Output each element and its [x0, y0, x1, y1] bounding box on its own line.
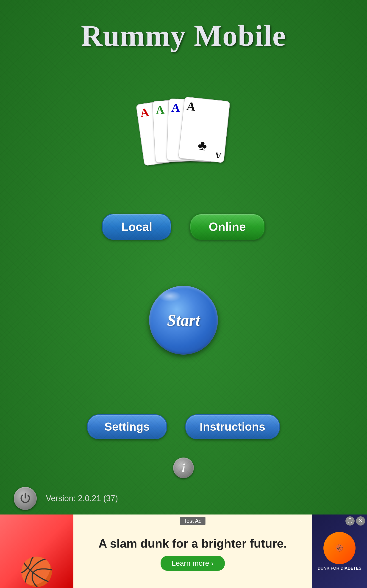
card-4: A ♣ A — [178, 96, 230, 163]
settings-button[interactable]: Settings — [87, 414, 167, 439]
info-icon-container: i — [0, 458, 367, 478]
version-text: Version: 2.0.21 (37) — [46, 493, 118, 503]
ad-banner: 🏀 Test Ad A slam dunk for a brighter fut… — [0, 515, 367, 588]
instructions-button[interactable]: Instructions — [185, 414, 280, 439]
ad-main-text: A slam dunk for a brighter future. — [98, 536, 287, 550]
ad-corner-buttons: ⓘ ✕ — [345, 516, 365, 526]
bottom-section: Version: 2.0.21 (37) — [14, 487, 118, 510]
ad-logo: 🏀 — [323, 532, 356, 564]
card-4-suit: ♣ — [197, 137, 208, 154]
ad-logo-text: DUNK FOR DIABETES — [317, 566, 361, 571]
ad-figure-icon: 🏀 — [19, 556, 54, 588]
app-title: Rummy Mobile — [0, 0, 367, 53]
info-icon[interactable]: i — [173, 458, 194, 478]
ad-logo-icon: 🏀 — [336, 544, 344, 552]
local-button[interactable]: Local — [102, 214, 171, 240]
mode-buttons-row: Local Online — [0, 214, 367, 240]
start-button[interactable]: Start — [149, 286, 218, 355]
action-buttons-row: Settings Instructions — [0, 414, 367, 439]
cards-group: A ♥ A A ♦ A A ♦ A A ♣ A — [140, 99, 227, 163]
ad-learn-more-button[interactable]: Learn more › — [161, 556, 225, 571]
power-button[interactable] — [14, 487, 37, 510]
ad-info-button[interactable]: ⓘ — [345, 516, 355, 526]
start-container: Start — [0, 286, 367, 355]
ad-right-section: 🏀 DUNK FOR DIABETES ⓘ ✕ — [312, 515, 367, 588]
card-4-letter: A — [186, 100, 227, 116]
ad-image: 🏀 — [0, 515, 73, 588]
cards-illustration: A ♥ A A ♦ A A ♦ A A ♣ A — [0, 99, 367, 163]
card-4-bottom: A — [215, 151, 222, 160]
ad-test-label: Test Ad — [180, 517, 206, 525]
online-button[interactable]: Online — [190, 214, 265, 240]
ad-content: Test Ad A slam dunk for a brighter futur… — [73, 515, 312, 588]
power-icon-svg — [19, 492, 32, 505]
ad-close-button[interactable]: ✕ — [356, 516, 365, 526]
